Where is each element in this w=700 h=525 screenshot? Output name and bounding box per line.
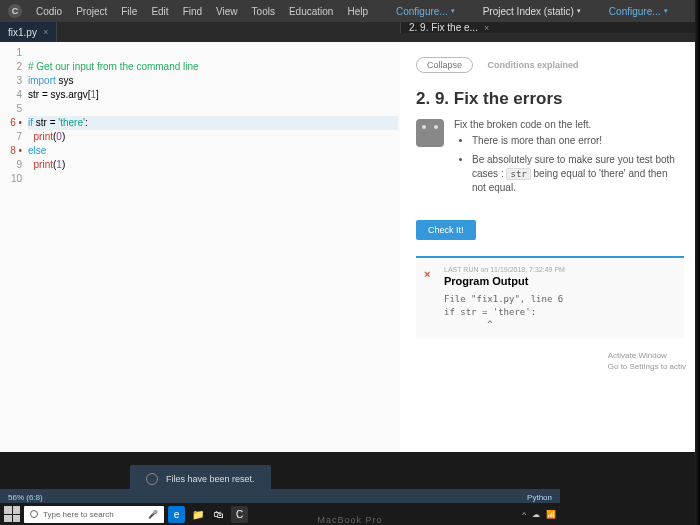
menu-tools[interactable]: Tools	[252, 6, 275, 17]
status-position: 56% (6:8)	[8, 493, 43, 502]
mic-icon[interactable]: 🎤	[148, 510, 158, 519]
close-output-icon[interactable]: ×	[424, 268, 430, 280]
menu-view[interactable]: View	[216, 6, 238, 17]
tray-cloud-icon[interactable]: ☁	[532, 510, 540, 519]
close-icon[interactable]: ×	[484, 23, 489, 33]
collapse-button[interactable]: Collapse	[416, 57, 473, 73]
output-text: File "fix1.py", line 6 if str = 'there':…	[444, 293, 674, 331]
project-index-dropdown[interactable]: Project Index (static)	[483, 6, 581, 17]
menu-file[interactable]: File	[121, 6, 137, 17]
windows-watermark: Activate WindowGo to Settings to activ	[608, 351, 686, 372]
edge-icon[interactable]: e	[168, 506, 185, 523]
windows-start-icon[interactable]	[4, 506, 20, 522]
tab-guide[interactable]: 2. 9. Fix the e... ×	[400, 22, 700, 33]
toast-text: Files have been reset.	[166, 474, 255, 484]
program-output-box: × LAST RUN on 11/19/2018, 7:32:49 PM Pro…	[416, 256, 684, 339]
instruction-bullet: There is more than one error!	[472, 134, 684, 148]
output-title: Program Output	[444, 275, 674, 287]
menu-edit[interactable]: Edit	[151, 6, 168, 17]
close-icon[interactable]: ×	[43, 27, 48, 37]
tray-wifi-icon[interactable]: 📶	[546, 510, 556, 519]
codio-logo-icon: C	[8, 4, 22, 18]
store-icon[interactable]: 🛍	[210, 506, 227, 523]
conditions-link[interactable]: Conditions explained	[487, 60, 578, 70]
check-it-button[interactable]: Check It!	[416, 220, 476, 240]
tab-editor[interactable]: fix1.py ×	[0, 22, 57, 42]
search-input[interactable]: Type here to search 🎤	[24, 506, 164, 523]
status-language[interactable]: Python	[527, 493, 552, 502]
system-tray[interactable]: ^ ☁ 📶	[522, 510, 556, 519]
instruction-bullet: Be absolutely sure to make sure you test…	[472, 153, 684, 195]
output-meta: LAST RUN on 11/19/2018, 7:32:49 PM	[444, 266, 674, 273]
tray-up-icon[interactable]: ^	[522, 510, 526, 519]
page-title: 2. 9. Fix the errors	[416, 89, 684, 109]
code-editor[interactable]: 123456 •78 •910 # Get our input from the…	[0, 42, 400, 452]
menu-education[interactable]: Education	[289, 6, 333, 17]
menu-project[interactable]: Project	[76, 6, 107, 17]
configure-dropdown-1[interactable]: Configure...	[396, 6, 455, 17]
tab-guide-label: 2. 9. Fix the e...	[409, 22, 478, 33]
configure-dropdown-2[interactable]: Configure...	[609, 6, 668, 17]
macbook-label: MacBook Pro	[317, 515, 382, 525]
robot-icon	[416, 119, 444, 147]
tab-editor-label: fix1.py	[8, 27, 37, 38]
menu-find[interactable]: Find	[183, 6, 202, 17]
menu-app[interactable]: Codio	[36, 6, 62, 17]
codio-taskbar-icon[interactable]: C	[231, 506, 248, 523]
intro-text: Fix the broken code on the left.	[454, 119, 684, 130]
search-icon	[30, 510, 38, 518]
file-explorer-icon[interactable]: 📁	[189, 506, 206, 523]
menu-help[interactable]: Help	[347, 6, 368, 17]
